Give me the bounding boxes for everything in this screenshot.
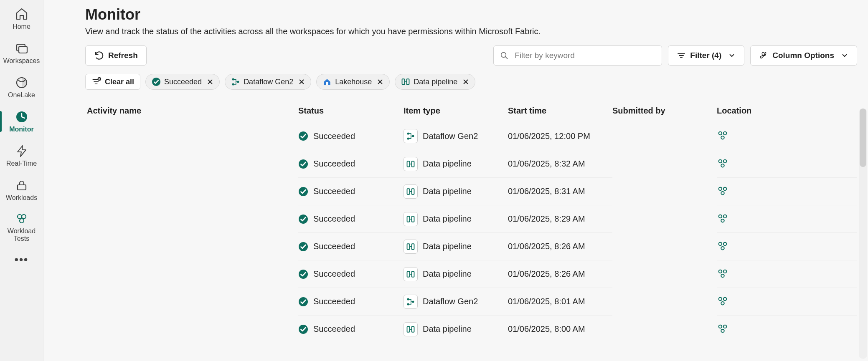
refresh-button[interactable]: Refresh <box>85 45 147 66</box>
nav-onelake[interactable]: OneLake <box>0 70 43 104</box>
nav-label: Workloads <box>6 194 37 202</box>
cell-submitted-by <box>612 177 717 205</box>
remove-chip-icon[interactable] <box>298 78 305 85</box>
cell-item-type: Data pipeline <box>404 184 472 199</box>
nav-label: Workload Tests <box>0 227 43 243</box>
check-circle-icon <box>298 214 308 224</box>
table-row[interactable]: SucceededDataflow Gen201/06/2025, 8:01 A… <box>85 288 857 315</box>
page-title: Monitor <box>85 6 868 23</box>
type-text: Data pipeline <box>423 269 472 279</box>
page-subtitle: View and track the status of the activit… <box>85 27 868 36</box>
monitor-icon <box>15 110 29 124</box>
column-options-button[interactable]: Column Options <box>750 45 857 66</box>
cell-status: Succeeded <box>298 187 355 197</box>
pipeline-icon <box>404 267 418 281</box>
table-row[interactable]: SucceededData pipeline01/06/2025, 8:31 A… <box>85 177 857 205</box>
nav-workload-tests[interactable]: Workload Tests <box>0 207 43 247</box>
workloads-icon <box>15 178 29 192</box>
col-activity-name[interactable]: Activity name <box>85 106 298 116</box>
cell-status: Succeeded <box>298 214 355 224</box>
nav-monitor[interactable]: Monitor <box>0 104 43 139</box>
people-icon <box>717 323 728 335</box>
search-icon <box>500 51 509 60</box>
cell-start-time: 01/06/2025, 8:00 AM <box>508 315 612 343</box>
clear-all-button[interactable]: Clear all <box>85 74 140 90</box>
search-input[interactable] <box>514 50 656 61</box>
cell-location <box>717 130 733 142</box>
search-box[interactable] <box>493 45 662 66</box>
chip-label: Data pipeline <box>414 78 457 86</box>
col-submitted-by[interactable]: Submitted by <box>612 106 717 116</box>
cell-start-time: 01/06/2025, 8:26 AM <box>508 232 612 260</box>
cell-start-time: 01/06/2025, 8:32 AM <box>508 150 612 177</box>
pipeline-icon <box>404 322 418 336</box>
remove-chip-icon[interactable] <box>462 78 469 85</box>
chip-type-lakehouse[interactable]: Lakehouse <box>316 74 390 90</box>
cell-item-type: Data pipeline <box>404 322 472 336</box>
type-text: Dataflow Gen2 <box>423 131 478 141</box>
table-row[interactable]: SucceededData pipeline01/06/2025, 8:00 A… <box>85 315 857 343</box>
col-start-time[interactable]: Start time <box>508 106 612 116</box>
nav-realtime[interactable]: Real-Time <box>0 139 43 173</box>
pipeline-icon <box>404 184 418 199</box>
chip-label: Dataflow Gen2 <box>244 78 293 86</box>
cell-activity-name <box>85 260 298 288</box>
nav-label: Workspaces <box>3 57 40 65</box>
filter-button[interactable]: Filter (4) <box>668 45 744 66</box>
realtime-icon <box>15 144 29 158</box>
lakehouse-icon <box>322 77 332 86</box>
nav-workloads[interactable]: Workloads <box>0 173 43 207</box>
status-text: Succeeded <box>313 131 355 141</box>
cell-start-time: 01/06/2025, 8:01 AM <box>508 288 612 315</box>
cell-item-type: Data pipeline <box>404 212 472 226</box>
cell-activity-name <box>85 315 298 343</box>
col-status[interactable]: Status <box>298 106 404 116</box>
people-icon <box>717 158 728 170</box>
cell-activity-name <box>85 122 298 150</box>
chip-type-pipeline[interactable]: Data pipeline <box>395 74 475 90</box>
table-row[interactable]: SucceededData pipeline01/06/2025, 8:26 A… <box>85 232 857 260</box>
pipeline-icon <box>404 212 418 226</box>
chip-label: Lakehouse <box>335 78 372 86</box>
cell-location <box>717 296 733 308</box>
chip-status-succeeded[interactable]: Succeeded <box>145 74 220 90</box>
people-icon <box>717 268 728 280</box>
refresh-label: Refresh <box>108 51 138 60</box>
people-icon <box>717 241 728 252</box>
type-text: Data pipeline <box>423 242 472 251</box>
nav-label: OneLake <box>8 91 35 99</box>
check-circle-icon <box>298 324 308 334</box>
cell-submitted-by <box>612 260 717 288</box>
cell-submitted-by <box>612 122 717 150</box>
activities-table: Activity name Status Item type Start tim… <box>85 100 857 343</box>
remove-chip-icon[interactable] <box>377 78 383 85</box>
type-text: Dataflow Gen2 <box>423 297 478 306</box>
table-row[interactable]: SucceededData pipeline01/06/2025, 8:29 A… <box>85 205 857 232</box>
people-icon <box>717 186 728 197</box>
people-icon <box>717 130 728 142</box>
pipeline-icon <box>401 77 410 86</box>
remove-chip-icon[interactable] <box>207 78 213 85</box>
chip-type-dataflow[interactable]: Dataflow Gen2 <box>225 74 311 90</box>
nav-workspaces[interactable]: Workspaces <box>0 36 43 70</box>
scrollbar-thumb[interactable] <box>860 109 866 167</box>
filter-icon <box>677 51 686 60</box>
table-row[interactable]: SucceededData pipeline01/06/2025, 8:26 A… <box>85 260 857 288</box>
dataflow-icon <box>231 77 240 86</box>
cell-start-time: 01/06/2025, 12:00 PM <box>508 122 612 150</box>
cell-status: Succeeded <box>298 242 355 252</box>
scrollbar[interactable] <box>859 109 867 359</box>
check-circle-icon <box>298 297 308 307</box>
cell-submitted-by <box>612 315 717 343</box>
table-row[interactable]: SucceededData pipeline01/06/2025, 8:32 A… <box>85 150 857 177</box>
cell-location <box>717 268 733 280</box>
pipeline-icon <box>404 157 418 171</box>
status-text: Succeeded <box>313 242 355 251</box>
col-item-type[interactable]: Item type <box>404 106 508 116</box>
col-location[interactable]: Location <box>717 106 857 116</box>
cell-status: Succeeded <box>298 159 355 169</box>
table-row[interactable]: SucceededDataflow Gen201/06/2025, 12:00 … <box>85 122 857 150</box>
nav-label: Real-Time <box>6 160 37 167</box>
nav-more[interactable]: ••• <box>0 247 43 272</box>
nav-home[interactable]: Home <box>0 2 43 36</box>
